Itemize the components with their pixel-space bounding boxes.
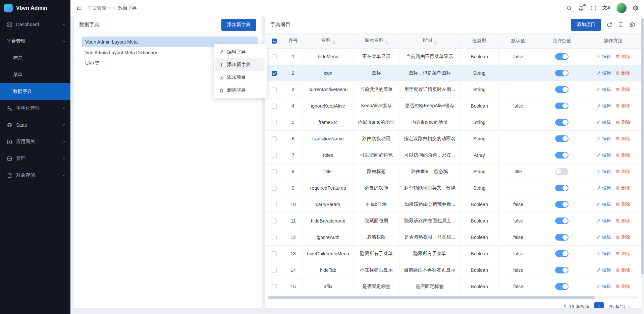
row-checkbox[interactable] xyxy=(272,284,277,289)
row-checkbox[interactable] xyxy=(272,169,277,174)
delete-row-button[interactable]: 删除 xyxy=(615,86,630,92)
context-menu-item-edit-dictionary[interactable]: 编辑字典 xyxy=(215,46,265,58)
sidebar-item-menu[interactable]: 菜单 xyxy=(0,66,70,83)
context-menu-item-add-new-dictionary[interactable]: 添加新字典 xyxy=(215,58,265,71)
edit-row-button[interactable]: 编辑 xyxy=(596,103,611,109)
app-logo[interactable]: Vben Admin xyxy=(0,0,70,16)
delete-row-button[interactable]: 删除 xyxy=(615,119,630,125)
edit-row-button[interactable]: 编辑 xyxy=(596,169,611,175)
delete-row-button[interactable]: 删除 xyxy=(615,251,630,257)
allow-empty-toggle[interactable] xyxy=(555,217,569,224)
row-checkbox[interactable] xyxy=(272,153,277,158)
edit-row-button[interactable]: 编辑 xyxy=(596,251,611,257)
row-checkbox[interactable] xyxy=(272,251,277,256)
user-avatar[interactable] xyxy=(616,3,627,13)
row-checkbox[interactable] xyxy=(272,136,277,141)
sidebar-item-layout[interactable]: 布局 xyxy=(0,50,70,66)
horizontal-scrollbar[interactable] xyxy=(267,296,639,299)
sort-carets-icon[interactable] xyxy=(332,41,335,45)
sidebar-item-data-dictionary[interactable]: 数据字典 xyxy=(0,83,70,100)
sidebar-item-saas[interactable]: Saas xyxy=(0,117,70,133)
allow-empty-toggle[interactable] xyxy=(555,86,569,93)
sidebar-item-app-gateway[interactable]: 应用网关 xyxy=(0,133,70,150)
edit-row-button[interactable]: 编辑 xyxy=(596,136,611,142)
allow-empty-toggle[interactable] xyxy=(555,70,569,76)
allow-empty-toggle[interactable] xyxy=(555,201,569,208)
page-number-button[interactable]: 1 xyxy=(594,302,604,308)
allow-empty-toggle[interactable] xyxy=(555,152,569,159)
allow-empty-toggle[interactable] xyxy=(555,234,569,241)
vertical-scrollbar-thumb[interactable] xyxy=(641,18,644,274)
row-checkbox[interactable] xyxy=(272,186,277,191)
row-checkbox[interactable] xyxy=(272,218,277,224)
delete-row-button[interactable]: 删除 xyxy=(615,103,630,109)
allow-empty-toggle[interactable] xyxy=(555,103,569,109)
sidebar-item-platform-management[interactable]: 平台管理 xyxy=(0,33,70,50)
sort-carets-icon[interactable] xyxy=(434,41,437,45)
edit-row-button[interactable]: 编辑 xyxy=(596,185,611,191)
row-checkbox[interactable] xyxy=(272,54,277,59)
column-header-display_name[interactable]: 显示名称 xyxy=(354,34,399,48)
delete-row-button[interactable]: 删除 xyxy=(615,267,630,273)
allow-empty-toggle[interactable] xyxy=(555,267,569,273)
delete-row-button[interactable]: 删除 xyxy=(615,284,630,290)
delete-row-button[interactable]: 删除 xyxy=(615,234,630,240)
delete-row-button[interactable]: 删除 xyxy=(615,218,630,224)
search-icon[interactable] xyxy=(566,5,572,11)
allow-empty-toggle[interactable] xyxy=(555,135,569,142)
column-header-name[interactable]: 名称 xyxy=(303,34,354,48)
fullscreen-icon[interactable] xyxy=(590,5,596,11)
row-checkbox[interactable] xyxy=(272,268,277,273)
allow-empty-toggle[interactable] xyxy=(555,283,569,290)
edit-row-button[interactable]: 编辑 xyxy=(596,284,611,290)
allow-empty-toggle[interactable] xyxy=(555,168,569,175)
edit-row-button[interactable]: 编辑 xyxy=(596,234,611,240)
sidebar-item-object-storage[interactable]: 对象存储 xyxy=(0,167,70,184)
delete-row-button[interactable]: 删除 xyxy=(615,185,630,191)
sidebar-item-dashboard[interactable]: Dashboard xyxy=(0,16,70,33)
edit-row-button[interactable]: 编辑 xyxy=(596,70,611,76)
allow-empty-toggle[interactable] xyxy=(555,119,569,126)
sidebar-item-localization[interactable]: 本地化管理 xyxy=(0,100,70,117)
row-checkbox[interactable] xyxy=(272,202,277,207)
context-menu-item-add-item[interactable]: 添加项目 xyxy=(215,71,265,84)
edit-row-button[interactable]: 编辑 xyxy=(596,54,611,60)
delete-row-button[interactable]: 删除 xyxy=(615,201,630,207)
edit-row-button[interactable]: 编辑 xyxy=(596,152,611,158)
allow-empty-toggle[interactable] xyxy=(555,53,569,60)
refresh-icon[interactable] xyxy=(606,22,612,28)
delete-row-button[interactable]: 删除 xyxy=(615,152,630,158)
delete-row-button[interactable]: 删除 xyxy=(615,136,630,142)
row-checkbox[interactable] xyxy=(272,104,277,109)
select-all-checkbox[interactable] xyxy=(272,39,277,44)
vertical-scrollbar[interactable] xyxy=(641,16,644,314)
delete-row-button[interactable]: 删除 xyxy=(615,54,630,60)
column-header-description[interactable]: 说明 xyxy=(399,34,460,48)
edit-row-button[interactable]: 编辑 xyxy=(596,201,611,207)
row-checkbox[interactable] xyxy=(272,71,277,76)
edit-row-button[interactable]: 编辑 xyxy=(596,218,611,224)
context-menu-item-delete-dictionary[interactable]: 删除字典 xyxy=(215,84,265,97)
delete-row-button[interactable]: 删除 xyxy=(615,169,630,175)
notifications-button[interactable] xyxy=(578,5,584,11)
add-dictionary-button[interactable]: 添加新字典 xyxy=(221,19,256,31)
translate-icon[interactable]: 文A xyxy=(602,5,610,11)
delete-row-button[interactable]: 删除 xyxy=(615,70,630,76)
page-size-select[interactable]: 25 条/页 xyxy=(608,304,631,308)
row-checkbox[interactable] xyxy=(272,120,277,125)
settings-gear-icon[interactable] xyxy=(633,5,639,11)
sidebar-item-management[interactable]: 管理 xyxy=(0,150,70,167)
sort-carets-icon[interactable] xyxy=(385,41,388,45)
add-item-button[interactable]: 添加项目 xyxy=(571,19,601,31)
table-settings-gear-icon[interactable] xyxy=(629,22,635,28)
horizontal-scrollbar-thumb[interactable] xyxy=(268,296,595,299)
breadcrumb-section[interactable]: 平台管理 xyxy=(88,5,111,11)
row-height-icon[interactable] xyxy=(618,22,624,28)
allow-empty-toggle[interactable] xyxy=(555,250,569,257)
edit-row-button[interactable]: 编辑 xyxy=(596,119,611,125)
row-checkbox[interactable] xyxy=(272,235,277,240)
edit-row-button[interactable]: 编辑 xyxy=(596,267,611,273)
menu-fold-icon[interactable] xyxy=(76,5,82,11)
edit-row-button[interactable]: 编辑 xyxy=(596,86,611,92)
row-checkbox[interactable] xyxy=(272,87,277,92)
